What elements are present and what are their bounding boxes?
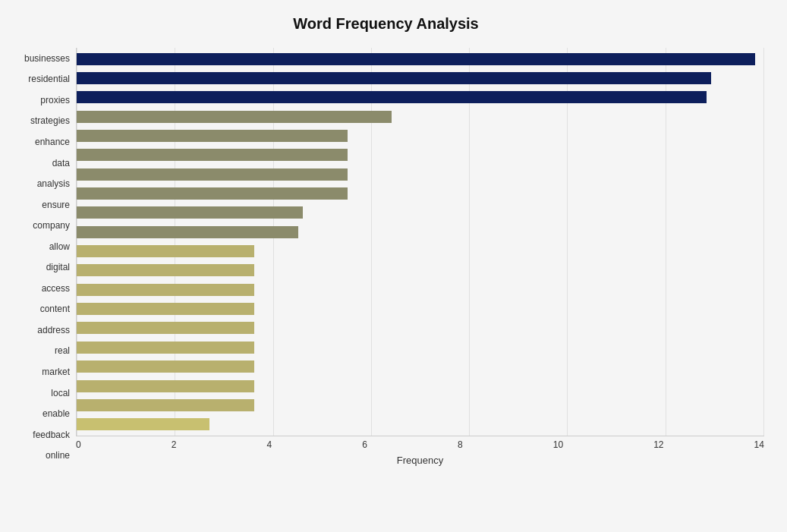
chart-container: Word Frequency Analysis businessesreside… — [0, 0, 787, 532]
chart-area: businessesresidentialproxiesstrategiesen… — [8, 48, 764, 466]
y-label: local — [8, 389, 70, 398]
bar-row — [77, 338, 764, 357]
bar-row — [77, 165, 764, 184]
bar-row — [77, 280, 764, 299]
bar-row — [77, 49, 764, 68]
y-label: data — [8, 159, 70, 168]
y-label: proxies — [8, 96, 70, 105]
bar-row — [77, 68, 764, 87]
y-axis-labels: businessesresidentialproxiesstrategiesen… — [8, 48, 76, 466]
bar — [77, 226, 298, 238]
y-label: enable — [8, 409, 70, 418]
y-label: allow — [8, 242, 70, 251]
y-label: digital — [8, 263, 70, 272]
bar — [77, 322, 254, 334]
bar-row — [77, 222, 764, 241]
bar — [77, 399, 254, 411]
bars-wrapper — [76, 48, 764, 436]
bar — [77, 187, 348, 200]
bar-row — [77, 415, 764, 434]
bar-row — [77, 203, 764, 222]
y-label: online — [8, 451, 70, 460]
bar — [77, 264, 254, 276]
x-tick: 4 — [267, 439, 272, 450]
y-label: feedback — [8, 430, 70, 439]
bar-row — [77, 357, 764, 376]
x-tick: 2 — [172, 439, 177, 450]
x-tick: 6 — [362, 439, 367, 450]
y-label: real — [8, 346, 70, 355]
bar — [77, 418, 209, 430]
bar-row — [77, 261, 764, 280]
bar-row — [77, 241, 764, 260]
bar — [77, 130, 348, 142]
bar-row — [77, 319, 764, 338]
bar — [77, 245, 254, 257]
bar — [77, 149, 348, 161]
bar — [77, 91, 707, 103]
x-tick: 0 — [76, 439, 81, 450]
y-label: businesses — [8, 54, 70, 63]
bar-row — [77, 299, 764, 318]
bar — [77, 72, 711, 84]
y-label: address — [8, 326, 70, 335]
bar-row — [77, 395, 764, 414]
y-label: strategies — [8, 116, 70, 125]
bar — [77, 206, 303, 219]
y-label: access — [8, 284, 70, 293]
x-tick: 14 — [754, 439, 764, 450]
y-label: enhance — [8, 137, 70, 146]
bars-column — [77, 48, 764, 436]
x-axis-label: Frequency — [76, 455, 764, 466]
x-tick: 8 — [458, 439, 463, 450]
bars-and-x: 02468101214 Frequency — [76, 48, 764, 466]
bar — [77, 284, 254, 296]
y-label: analysis — [8, 179, 70, 188]
chart-title: Word Frequency Analysis — [8, 15, 764, 33]
bar-row — [77, 376, 764, 395]
bar — [77, 111, 392, 123]
bar-row — [77, 184, 764, 203]
y-label: market — [8, 367, 70, 376]
y-label: company — [8, 221, 70, 230]
bar-row — [77, 107, 764, 126]
bar — [77, 380, 254, 392]
bar — [77, 342, 254, 354]
bar — [77, 360, 254, 373]
bar — [77, 53, 755, 65]
y-label: ensure — [8, 200, 70, 209]
bar-row — [77, 146, 764, 165]
x-axis: 02468101214 — [76, 439, 764, 450]
bar — [77, 303, 254, 315]
bar-row — [77, 126, 764, 145]
bar — [77, 168, 348, 181]
y-label: residential — [8, 74, 70, 83]
bar-row — [77, 88, 764, 107]
x-tick: 10 — [553, 439, 563, 450]
y-label: content — [8, 304, 70, 313]
x-tick: 12 — [653, 439, 663, 450]
